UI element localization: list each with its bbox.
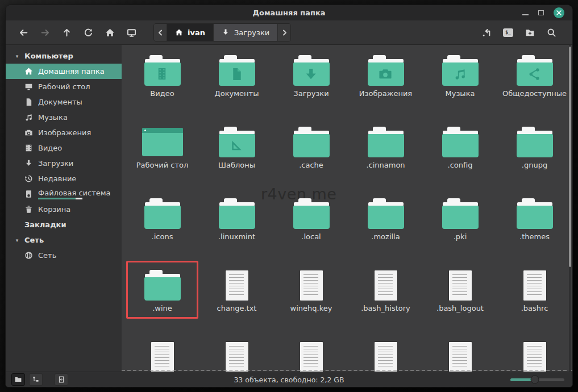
sidebar-section-header[interactable]: ▾Сеть: [6, 232, 122, 248]
sidebar-item-home[interactable]: Домашняя папка: [6, 64, 122, 79]
close-icon[interactable]: [554, 7, 564, 18]
zoom-slider-thumb[interactable]: [530, 376, 539, 384]
maximize-icon[interactable]: [538, 10, 544, 15]
file-item-.local[interactable]: .local: [274, 196, 348, 268]
content-pane[interactable]: r4ven.me ВидеоДокументыЗагрузкиИзображен…: [122, 45, 572, 372]
forward-button[interactable]: [34, 23, 56, 41]
file-item-.gnupg[interactable]: .gnupg: [497, 124, 572, 196]
sidebar-item-label: Домашняя папка: [38, 67, 105, 76]
sidebar-item-label: Файловая система: [38, 189, 111, 197]
file-item-Документы[interactable]: Документы: [199, 53, 274, 124]
file-item-label: change.txt: [217, 304, 257, 312]
text-file-icon: [449, 270, 472, 301]
folder-icon: [517, 198, 553, 229]
sidebar-item-image[interactable]: Изображения: [6, 125, 122, 140]
file-item-.cache[interactable]: .cache: [274, 124, 348, 196]
file-item-label: .icons: [152, 232, 173, 241]
file-item-partial[interactable]: [125, 339, 199, 372]
text-file-icon: [226, 270, 248, 301]
sidebar-section-header[interactable]: Закладки: [6, 217, 122, 232]
file-item-winehq.key[interactable]: winehq.key: [274, 268, 348, 339]
file-grid: ВидеоДокументыЗагрузкиИзображенияМузыкаО…: [122, 45, 572, 372]
file-item-Общедоступные[interactable]: Общедоступные: [497, 53, 572, 124]
folder-icon: [517, 127, 553, 157]
titlebar[interactable]: Домашняя папка: [6, 5, 572, 20]
sidebar-section-label: Закладки: [24, 220, 66, 229]
file-item-Изображения[interactable]: Изображения: [348, 53, 423, 124]
file-item-Музыка[interactable]: Музыка: [423, 53, 497, 124]
sidebar-item-filesystem[interactable]: Файловая система: [6, 186, 122, 202]
sidebar-item-label: Рабочий стол: [38, 82, 90, 91]
minimize-icon[interactable]: [522, 14, 529, 15]
sidebar-item-video[interactable]: Видео: [6, 140, 122, 156]
file-item-change.txt[interactable]: change.txt: [199, 268, 274, 339]
sidebar-section-label: Компьютер: [24, 52, 73, 60]
sidebar-item-document[interactable]: Документы: [6, 94, 122, 110]
file-item-.bashrc[interactable]: .bashrc: [497, 268, 572, 339]
file-item-partial[interactable]: [423, 339, 497, 372]
sidebar-item-download[interactable]: Загрузки: [6, 156, 122, 171]
file-item-partial[interactable]: [274, 339, 348, 372]
breadcrumb-segment-downloads[interactable]: Загрузки: [213, 24, 277, 41]
download-icon: [222, 28, 230, 36]
text-file-icon: [375, 342, 397, 372]
chevron-down-icon: ▾: [13, 237, 21, 243]
folder-icon: [293, 127, 330, 157]
file-item-.icons[interactable]: .icons: [125, 196, 199, 268]
file-item-Шаблоны[interactable]: Шаблоны: [199, 124, 274, 196]
file-item-label: .gnupg: [522, 161, 547, 169]
trash-icon: [24, 205, 33, 214]
sidebar-item-trash[interactable]: Корзина: [6, 202, 122, 217]
breadcrumb-next-button[interactable]: [277, 24, 290, 41]
sidebar-item-recent[interactable]: Недавние: [6, 171, 122, 186]
file-item-partial[interactable]: [199, 339, 274, 372]
file-item-label: Изображения: [359, 89, 412, 98]
sidebar-item-network[interactable]: Сеть: [6, 248, 122, 263]
file-item-Рабочий стол[interactable]: Рабочий стол: [125, 124, 199, 196]
breadcrumb-prev-button[interactable]: [154, 24, 167, 41]
folder-music-icon: [442, 55, 479, 86]
image-icon: [24, 128, 33, 137]
file-item-partial[interactable]: [348, 339, 423, 372]
sidebar-section-header[interactable]: ▾Компьютер: [6, 48, 122, 64]
chevron-down-icon: ▾: [13, 53, 21, 59]
file-item-partial[interactable]: [497, 339, 572, 372]
sidebar-list: ▾КомпьютерДомашняя папкаРабочий столДоку…: [6, 48, 122, 263]
file-item-.mozilla[interactable]: .mozilla: [348, 196, 423, 268]
back-button[interactable]: [13, 23, 34, 41]
show-desktop-button[interactable]: [120, 23, 142, 41]
sidebar-item-desktop[interactable]: Рабочий стол: [6, 79, 122, 94]
file-item-.themes[interactable]: .themes: [497, 196, 572, 268]
file-item-label: Загрузки: [293, 89, 328, 98]
file-item-.bash_logout[interactable]: .bash_logout: [423, 268, 497, 339]
home-button[interactable]: [99, 23, 120, 41]
file-item-Загрузки[interactable]: Загрузки: [274, 53, 348, 124]
document-icon: [24, 98, 33, 107]
zoom-slider[interactable]: [510, 378, 567, 381]
breadcrumb-segment-home[interactable]: ivan: [167, 24, 213, 41]
toolbar: ivan Загрузки $_: [6, 20, 572, 45]
file-item-Видео[interactable]: Видео: [125, 53, 199, 124]
toggle-location-button[interactable]: [476, 23, 497, 41]
new-folder-button[interactable]: [519, 23, 540, 41]
refresh-button[interactable]: [77, 23, 99, 41]
search-button[interactable]: [540, 23, 562, 41]
open-terminal-button[interactable]: $_: [497, 23, 519, 41]
file-item-.wine[interactable]: .wine: [125, 268, 199, 339]
folder-icon: [219, 198, 255, 229]
file-item-.bash_history[interactable]: .bash_history: [348, 268, 423, 339]
folder-share-icon: [517, 55, 553, 86]
zoom-slider-track[interactable]: [510, 378, 564, 381]
file-item-label: .config: [448, 161, 473, 169]
file-item-.config[interactable]: .config: [423, 124, 497, 196]
scrollbar-thumb[interactable]: [569, 47, 571, 267]
file-item-.linuxmint[interactable]: .linuxmint: [199, 196, 274, 268]
download-icon: [24, 159, 33, 168]
file-item-.pki[interactable]: .pki: [423, 196, 497, 268]
file-item-label: .linuxmint: [218, 232, 255, 241]
file-item-.cinnamon[interactable]: .cinnamon: [348, 124, 423, 196]
sidebar-item-music[interactable]: Музыка: [6, 110, 122, 125]
recent-icon: [24, 174, 33, 184]
file-item-label: .local: [301, 232, 321, 241]
up-button[interactable]: [56, 23, 77, 41]
